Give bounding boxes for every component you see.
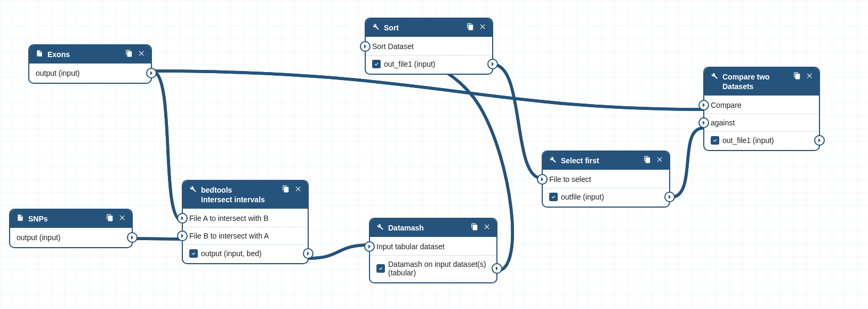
output-port[interactable]	[146, 68, 157, 78]
input-port[interactable]	[177, 213, 188, 224]
node-datamash[interactable]: Datamash Input tabular dataset Datamash …	[369, 218, 497, 283]
output-port[interactable]	[814, 135, 825, 146]
checkbox-icon[interactable]	[711, 136, 719, 145]
node-title: Datamash	[388, 223, 467, 233]
output-label: outfile (input)	[561, 193, 604, 201]
node-title: Select first	[561, 156, 639, 165]
output-label: out_file1 (input)	[722, 136, 774, 145]
output-label: output (input)	[36, 69, 80, 77]
input-label: File to select	[549, 175, 591, 184]
input-port[interactable]	[698, 100, 709, 110]
close-icon[interactable]	[138, 50, 146, 57]
close-icon[interactable]	[295, 185, 302, 193]
node-bedtools[interactable]: bedtools Intersect intervals File A to i…	[182, 180, 309, 264]
input-label: against	[711, 118, 735, 127]
output-port[interactable]	[303, 248, 314, 259]
copy-icon[interactable]	[793, 72, 801, 80]
node-compare[interactable]: Compare two Datasets Compare against out…	[703, 67, 820, 151]
input-row: Compare	[704, 97, 819, 114]
node-select-first[interactable]: Select first File to select outfile (inp…	[542, 150, 670, 208]
wrench-icon	[372, 23, 380, 30]
input-port[interactable]	[698, 117, 709, 128]
node-title: Exons	[47, 50, 121, 59]
input-label: File A to intersect with B	[189, 214, 269, 223]
input-row: File A to intersect with B	[183, 210, 308, 227]
input-row: against	[704, 114, 819, 131]
node-header[interactable]: Exons	[29, 45, 151, 64]
node-title: SNPs	[28, 214, 102, 224]
node-header[interactable]: SNPs	[10, 210, 132, 228]
close-icon[interactable]	[656, 156, 664, 163]
input-label: Input tabular dataset	[376, 242, 445, 251]
close-icon[interactable]	[806, 72, 814, 80]
output-label: out_file1 (input)	[384, 60, 436, 68]
output-port[interactable]	[664, 192, 675, 202]
node-title: Sort	[384, 23, 462, 33]
checkbox-icon[interactable]	[549, 193, 558, 201]
output-row: output (input)	[10, 229, 132, 246]
node-snps[interactable]: SNPs output (input)	[9, 209, 133, 248]
output-row: output (input)	[29, 65, 151, 82]
output-row: out_file1 (input)	[704, 131, 819, 149]
output-row: outfile (input)	[543, 188, 669, 205]
node-header[interactable]: Datamash	[370, 219, 496, 237]
node-sort[interactable]: Sort Sort Dataset out_file1 (input)	[365, 18, 493, 75]
input-port[interactable]	[360, 41, 371, 52]
wrench-icon	[549, 156, 557, 163]
output-row: output (input, bed)	[183, 244, 308, 262]
checkbox-icon[interactable]	[376, 264, 385, 273]
close-icon[interactable]	[119, 214, 126, 221]
input-row: File B to intersect with A	[183, 227, 308, 244]
close-icon[interactable]	[484, 223, 491, 231]
wrench-icon	[376, 223, 384, 231]
workflow-canvas[interactable]: Exons output (input) SNPs	[0, 0, 868, 309]
copy-icon[interactable]	[471, 223, 478, 231]
checkbox-icon[interactable]	[189, 249, 198, 258]
node-exons[interactable]: Exons output (input)	[28, 44, 152, 84]
output-port[interactable]	[487, 59, 498, 69]
node-header[interactable]: Compare two Datasets	[704, 68, 819, 96]
node-title: Compare two Datasets	[722, 72, 789, 91]
input-label: Sort Dataset	[372, 42, 414, 51]
node-header[interactable]: Sort	[366, 19, 492, 37]
file-icon	[17, 214, 24, 221]
input-port[interactable]	[177, 231, 188, 241]
node-header[interactable]: Select first	[543, 152, 669, 170]
output-row: out_file1 (input)	[366, 55, 492, 73]
input-label: File B to intersect with A	[189, 232, 269, 240]
output-port[interactable]	[492, 263, 502, 274]
copy-icon[interactable]	[106, 214, 114, 221]
copy-icon[interactable]	[125, 50, 133, 57]
input-port[interactable]	[537, 174, 548, 185]
copy-icon[interactable]	[644, 156, 651, 163]
output-label: Datamash on input dataset(s) (tabular)	[388, 260, 490, 277]
output-label: output (input, bed)	[201, 249, 262, 258]
output-row: Datamash on input dataset(s) (tabular)	[370, 255, 496, 281]
checkbox-icon[interactable]	[372, 60, 381, 68]
output-port[interactable]	[127, 232, 138, 243]
input-port[interactable]	[364, 241, 375, 252]
input-row: File to select	[543, 171, 669, 188]
copy-icon[interactable]	[467, 23, 474, 30]
copy-icon[interactable]	[282, 185, 290, 193]
output-label: output (input)	[17, 233, 61, 242]
file-icon	[36, 50, 43, 57]
wrench-icon	[189, 185, 197, 193]
input-row: Input tabular dataset	[370, 238, 496, 255]
node-title: bedtools Intersect intervals	[201, 185, 278, 204]
input-label: Compare	[711, 101, 742, 109]
node-header[interactable]: bedtools Intersect intervals	[183, 181, 308, 209]
close-icon[interactable]	[479, 23, 487, 30]
input-row: Sort Dataset	[366, 38, 492, 55]
wrench-icon	[711, 72, 718, 80]
